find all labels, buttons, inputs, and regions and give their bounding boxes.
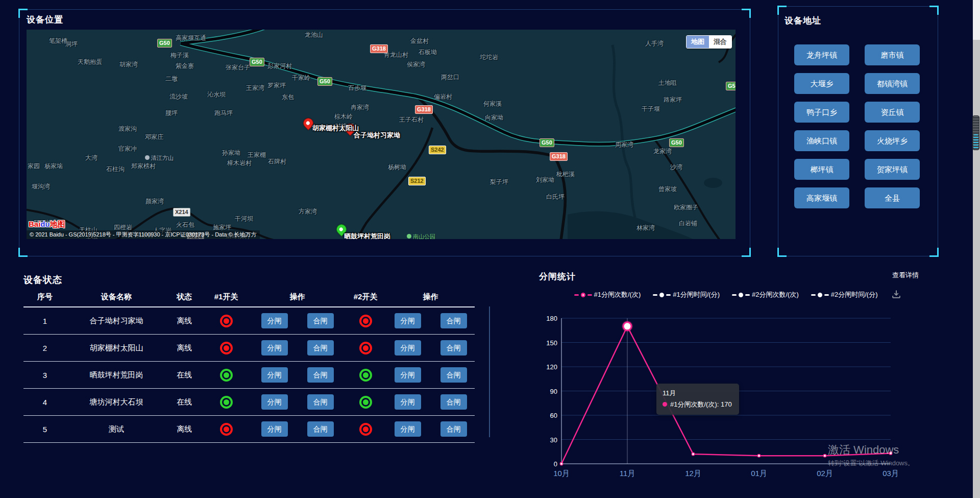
data-point[interactable] [692,453,694,455]
table-header: 序号设备名称状态#1开关操作#2开关操作 [23,287,475,307]
y-tick-label: 180 [546,315,557,322]
road-shield-badge: G50 [317,77,332,86]
address-button[interactable]: 磨市镇 [865,44,920,65]
poi-icon [145,155,150,160]
open-switch-button[interactable]: 分闸 [395,421,421,437]
open-switch-button[interactable]: 分闸 [261,340,288,355]
device-name: 测试 [66,424,166,434]
close-switch-button[interactable]: 合闸 [307,367,334,383]
poi-icon [407,234,411,239]
map-place-label: 王子石村 [399,115,424,124]
close-switch-button[interactable]: 合闸 [440,421,467,437]
map-place-label: 冉家湾 [351,103,369,112]
address-button[interactable]: 渔峡口镇 [794,130,849,151]
open-switch-button[interactable]: 分闸 [261,313,288,328]
map-place-label: 周家湾 [615,140,633,149]
map-place-label: 邓家庄 [145,133,163,141]
map-place-label: 路家坪 [664,96,682,104]
legend-marker [666,294,671,296]
map-poi: 南山公园 [407,233,435,239]
table-scroll-divider[interactable] [489,306,490,437]
data-point[interactable] [757,454,760,457]
baidu-map[interactable]: 笔架槽洞坪高家堰互通梅子溪天鹅抱蛋胡家湾紫金寨二墩张家台子彭家河村龙池山金盆村石… [27,30,736,239]
map-place-label: 二墩 [165,75,178,83]
table-row: 3晒鼓坪村荒田岗在线分闸合闸分闸合闸 [23,362,475,389]
row-index: 2 [23,344,66,352]
close-switch-button[interactable]: 合闸 [307,421,334,437]
corner-bracket [742,248,751,257]
map-place-label: 方家湾 [299,207,317,216]
close-switch-button[interactable]: 合闸 [307,313,334,328]
map-place-label: 干河坝 [235,215,253,223]
data-point[interactable] [560,462,562,465]
road-shield-badge: X214 [173,208,190,217]
map-type-map[interactable]: 地图 [687,36,709,48]
map-type-hybrid[interactable]: 混合 [709,36,731,48]
row-index: 4 [23,398,66,407]
legend-item[interactable]: #2分闸时间/(分) [811,290,878,299]
data-point-highlight[interactable] [623,322,631,330]
open-switch-button[interactable]: 分闸 [395,367,421,383]
open-switch-button[interactable]: 分闸 [261,394,288,410]
table-row: 2胡家棚村太阳山离线分闸合闸分闸合闸 [23,335,475,362]
page-scrollbar-thumb[interactable] [972,115,979,150]
road-shield-badge: G50 [540,138,554,147]
map-place-label: 王家棚 [248,151,266,159]
address-button[interactable]: 资丘镇 [865,102,920,123]
switch-status-indicator-red [359,423,372,436]
switch-status-indicator-red [220,342,233,354]
map-marker-label: 胡家棚村太阳山 [312,124,359,133]
close-switch-button[interactable]: 合闸 [307,340,334,355]
open-switch-button[interactable]: 分闸 [395,340,421,355]
map-place-label: 千家岭 [292,74,310,82]
view-details-link[interactable]: 查看详情 [892,271,919,280]
table-header-cell: 序号 [23,292,66,302]
tooltip-title: 11月 [663,388,732,399]
page-scrollbar-track[interactable] [973,0,980,498]
map-place-label: 流沙坡 [169,92,188,101]
map-type-toggle[interactable]: 地图 混合 [686,35,732,49]
address-button[interactable]: 贺家坪镇 [865,159,920,180]
address-button[interactable]: 龙舟坪镇 [794,44,849,65]
map-place-label: 两岔口 [441,73,459,82]
open-switch-button[interactable]: 分闸 [261,367,288,383]
open-switch-button[interactable]: 分闸 [395,394,421,410]
map-place-label: 石牌村 [268,157,286,166]
y-tick-label: 150 [546,339,557,347]
map-place-label: 天鹅抱蛋 [78,58,102,66]
open-switch-button[interactable]: 分闸 [261,421,288,437]
address-button[interactable]: 榔坪镇 [794,159,849,180]
road-shield-badge: S212 [408,177,426,185]
map-place-label: 梨子坪 [490,178,508,186]
corner-bracket [929,248,939,257]
map-place-label: 龙家湾 [653,147,672,156]
address-button[interactable]: 火烧坪乡 [865,130,920,151]
legend-item[interactable]: #1分闸时间/(分) [653,290,720,299]
address-button[interactable]: 都镇湾镇 [865,73,920,94]
table-body: 1合子坳村习家坳离线分闸合闸分闸合闸2胡家棚村太阳山离线分闸合闸分闸合闸3晒鼓坪… [23,307,475,443]
legend-item[interactable]: #1分闸次数/(次) [574,290,641,299]
close-switch-button[interactable]: 合闸 [440,340,467,355]
x-tick-label: 03月 [883,469,899,478]
legend-item[interactable]: #2分闸次数/(次) [732,290,799,299]
legend-marker [653,294,657,296]
chart-legend: #1分闸次数/(次)#1分闸时间/(分)#2分闸次数/(次)#2分闸时间/(分) [541,290,911,299]
map-place-label: 腰坪 [165,109,178,117]
close-switch-button[interactable]: 合闸 [440,367,467,383]
close-switch-button[interactable]: 合闸 [440,313,467,328]
table-header-cell: 操作 [250,292,345,302]
switch-status-indicator-green [220,369,233,382]
address-button[interactable]: 全县 [865,187,920,208]
close-switch-button[interactable]: 合闸 [307,394,334,410]
legend-label: #2分闸时间/(分) [831,290,878,299]
address-button[interactable]: 高家堰镇 [794,187,849,208]
x-tick-label: 02月 [817,469,833,478]
corner-bracket [742,9,751,18]
switch-status-indicator-green [359,369,372,382]
map-poi: 清江方山 [145,154,174,162]
address-button[interactable]: 鸭子口乡 [794,102,849,123]
data-point[interactable] [823,454,826,457]
address-button[interactable]: 大堰乡 [794,73,849,94]
open-switch-button[interactable]: 分闸 [395,313,421,328]
close-switch-button[interactable]: 合闸 [440,394,467,410]
